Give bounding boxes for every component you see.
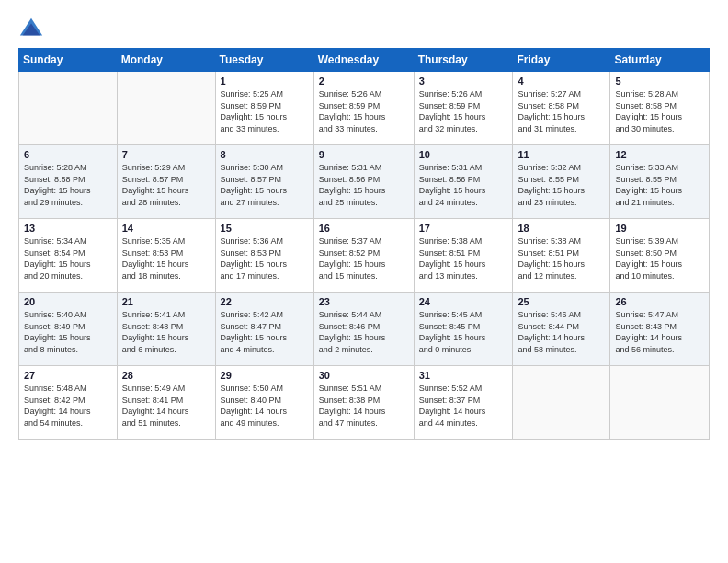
weekday-header-saturday: Saturday xyxy=(610,49,710,72)
calendar-cell: 4Sunrise: 5:27 AM Sunset: 8:58 PM Daylig… xyxy=(513,72,610,145)
calendar-cell: 5Sunrise: 5:28 AM Sunset: 8:58 PM Daylig… xyxy=(610,72,710,145)
day-detail: Sunrise: 5:27 AM Sunset: 8:58 PM Dayligh… xyxy=(518,88,605,134)
day-detail: Sunrise: 5:48 AM Sunset: 8:42 PM Dayligh… xyxy=(24,383,112,429)
day-detail: Sunrise: 5:46 AM Sunset: 8:44 PM Dayligh… xyxy=(518,309,605,355)
day-detail: Sunrise: 5:33 AM Sunset: 8:55 PM Dayligh… xyxy=(615,162,704,208)
calendar-week-row: 1Sunrise: 5:25 AM Sunset: 8:59 PM Daylig… xyxy=(19,72,710,145)
day-detail: Sunrise: 5:26 AM Sunset: 8:59 PM Dayligh… xyxy=(319,88,409,134)
day-detail: Sunrise: 5:47 AM Sunset: 8:43 PM Dayligh… xyxy=(615,309,704,355)
calendar: SundayMondayTuesdayWednesdayThursdayFrid… xyxy=(18,48,710,440)
logo-icon xyxy=(18,17,44,42)
calendar-cell: 12Sunrise: 5:33 AM Sunset: 8:55 PM Dayli… xyxy=(610,145,710,219)
calendar-cell xyxy=(513,366,610,440)
day-number: 4 xyxy=(518,75,605,86)
day-detail: Sunrise: 5:28 AM Sunset: 8:58 PM Dayligh… xyxy=(24,162,112,208)
day-number: 21 xyxy=(122,296,210,307)
day-number: 18 xyxy=(518,223,605,234)
day-number: 22 xyxy=(221,296,309,307)
day-detail: Sunrise: 5:25 AM Sunset: 8:59 PM Dayligh… xyxy=(221,88,309,134)
day-number: 7 xyxy=(122,149,210,160)
day-number: 30 xyxy=(319,370,409,381)
calendar-cell: 11Sunrise: 5:32 AM Sunset: 8:55 PM Dayli… xyxy=(513,145,610,219)
calendar-cell: 15Sunrise: 5:36 AM Sunset: 8:53 PM Dayli… xyxy=(215,219,313,293)
calendar-cell: 30Sunrise: 5:51 AM Sunset: 8:38 PM Dayli… xyxy=(313,366,414,440)
weekday-header-wednesday: Wednesday xyxy=(313,49,414,72)
day-detail: Sunrise: 5:39 AM Sunset: 8:50 PM Dayligh… xyxy=(615,236,704,282)
calendar-cell: 20Sunrise: 5:40 AM Sunset: 8:49 PM Dayli… xyxy=(19,293,118,366)
calendar-cell: 13Sunrise: 5:34 AM Sunset: 8:54 PM Dayli… xyxy=(19,219,118,293)
calendar-cell: 21Sunrise: 5:41 AM Sunset: 8:48 PM Dayli… xyxy=(117,293,215,366)
calendar-cell: 9Sunrise: 5:31 AM Sunset: 8:56 PM Daylig… xyxy=(313,145,414,219)
day-number: 25 xyxy=(518,296,605,307)
day-detail: Sunrise: 5:36 AM Sunset: 8:53 PM Dayligh… xyxy=(221,236,309,282)
calendar-cell: 17Sunrise: 5:38 AM Sunset: 8:51 PM Dayli… xyxy=(414,219,513,293)
day-number: 19 xyxy=(615,223,704,234)
calendar-cell: 28Sunrise: 5:49 AM Sunset: 8:41 PM Dayli… xyxy=(117,366,215,440)
day-number: 28 xyxy=(122,370,210,381)
calendar-cell: 27Sunrise: 5:48 AM Sunset: 8:42 PM Dayli… xyxy=(19,366,118,440)
calendar-cell: 10Sunrise: 5:31 AM Sunset: 8:56 PM Dayli… xyxy=(414,145,513,219)
day-number: 13 xyxy=(24,223,112,234)
day-number: 3 xyxy=(419,75,508,86)
day-number: 12 xyxy=(615,149,704,160)
day-number: 26 xyxy=(615,296,704,307)
day-detail: Sunrise: 5:52 AM Sunset: 8:37 PM Dayligh… xyxy=(419,383,508,429)
day-number: 11 xyxy=(518,149,605,160)
day-number: 15 xyxy=(221,223,309,234)
day-number: 8 xyxy=(221,149,309,160)
day-detail: Sunrise: 5:40 AM Sunset: 8:49 PM Dayligh… xyxy=(24,309,112,355)
calendar-cell: 1Sunrise: 5:25 AM Sunset: 8:59 PM Daylig… xyxy=(215,72,313,145)
day-number: 20 xyxy=(24,296,112,307)
logo xyxy=(18,17,48,42)
day-detail: Sunrise: 5:35 AM Sunset: 8:53 PM Dayligh… xyxy=(122,236,210,282)
day-number: 14 xyxy=(122,223,210,234)
day-detail: Sunrise: 5:34 AM Sunset: 8:54 PM Dayligh… xyxy=(24,236,112,282)
calendar-cell: 3Sunrise: 5:26 AM Sunset: 8:59 PM Daylig… xyxy=(414,72,513,145)
day-detail: Sunrise: 5:38 AM Sunset: 8:51 PM Dayligh… xyxy=(419,236,508,282)
day-detail: Sunrise: 5:44 AM Sunset: 8:46 PM Dayligh… xyxy=(319,309,409,355)
weekday-header-row: SundayMondayTuesdayWednesdayThursdayFrid… xyxy=(19,49,710,72)
weekday-header-monday: Monday xyxy=(117,49,215,72)
day-number: 23 xyxy=(319,296,409,307)
day-number: 29 xyxy=(221,370,309,381)
calendar-cell: 18Sunrise: 5:38 AM Sunset: 8:51 PM Dayli… xyxy=(513,219,610,293)
day-detail: Sunrise: 5:41 AM Sunset: 8:48 PM Dayligh… xyxy=(122,309,210,355)
day-number: 16 xyxy=(319,223,409,234)
calendar-week-row: 13Sunrise: 5:34 AM Sunset: 8:54 PM Dayli… xyxy=(19,219,710,293)
day-detail: Sunrise: 5:28 AM Sunset: 8:58 PM Dayligh… xyxy=(615,88,704,134)
weekday-header-thursday: Thursday xyxy=(414,49,513,72)
calendar-cell: 24Sunrise: 5:45 AM Sunset: 8:45 PM Dayli… xyxy=(414,293,513,366)
header xyxy=(18,17,710,42)
calendar-cell: 31Sunrise: 5:52 AM Sunset: 8:37 PM Dayli… xyxy=(414,366,513,440)
day-detail: Sunrise: 5:31 AM Sunset: 8:56 PM Dayligh… xyxy=(419,162,508,208)
calendar-cell: 7Sunrise: 5:29 AM Sunset: 8:57 PM Daylig… xyxy=(117,145,215,219)
day-number: 17 xyxy=(419,223,508,234)
calendar-cell: 2Sunrise: 5:26 AM Sunset: 8:59 PM Daylig… xyxy=(313,72,414,145)
calendar-cell: 19Sunrise: 5:39 AM Sunset: 8:50 PM Dayli… xyxy=(610,219,710,293)
page: SundayMondayTuesdayWednesdayThursdayFrid… xyxy=(0,0,728,563)
calendar-cell: 22Sunrise: 5:42 AM Sunset: 8:47 PM Dayli… xyxy=(215,293,313,366)
calendar-cell xyxy=(19,72,118,145)
day-number: 24 xyxy=(419,296,508,307)
day-number: 27 xyxy=(24,370,112,381)
day-number: 10 xyxy=(419,149,508,160)
day-number: 5 xyxy=(615,75,704,86)
calendar-week-row: 20Sunrise: 5:40 AM Sunset: 8:49 PM Dayli… xyxy=(19,293,710,366)
calendar-week-row: 27Sunrise: 5:48 AM Sunset: 8:42 PM Dayli… xyxy=(19,366,710,440)
day-number: 6 xyxy=(24,149,112,160)
day-detail: Sunrise: 5:31 AM Sunset: 8:56 PM Dayligh… xyxy=(319,162,409,208)
weekday-header-tuesday: Tuesday xyxy=(215,49,313,72)
calendar-cell: 8Sunrise: 5:30 AM Sunset: 8:57 PM Daylig… xyxy=(215,145,313,219)
weekday-header-friday: Friday xyxy=(513,49,610,72)
calendar-cell: 16Sunrise: 5:37 AM Sunset: 8:52 PM Dayli… xyxy=(313,219,414,293)
day-detail: Sunrise: 5:32 AM Sunset: 8:55 PM Dayligh… xyxy=(518,162,605,208)
calendar-cell xyxy=(610,366,710,440)
day-number: 2 xyxy=(319,75,409,86)
day-detail: Sunrise: 5:42 AM Sunset: 8:47 PM Dayligh… xyxy=(221,309,309,355)
day-detail: Sunrise: 5:49 AM Sunset: 8:41 PM Dayligh… xyxy=(122,383,210,429)
day-detail: Sunrise: 5:29 AM Sunset: 8:57 PM Dayligh… xyxy=(122,162,210,208)
calendar-cell: 29Sunrise: 5:50 AM Sunset: 8:40 PM Dayli… xyxy=(215,366,313,440)
calendar-cell: 25Sunrise: 5:46 AM Sunset: 8:44 PM Dayli… xyxy=(513,293,610,366)
day-detail: Sunrise: 5:26 AM Sunset: 8:59 PM Dayligh… xyxy=(419,88,508,134)
calendar-cell: 23Sunrise: 5:44 AM Sunset: 8:46 PM Dayli… xyxy=(313,293,414,366)
